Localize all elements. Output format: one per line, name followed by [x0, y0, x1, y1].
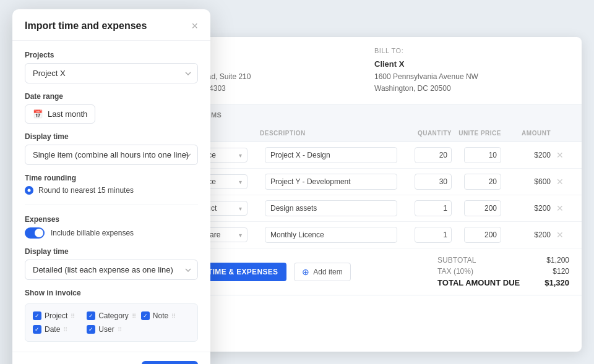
checkboxes-container: Project ⠿ Category ⠿ Note ⠿	[25, 303, 198, 342]
checkbox-note[interactable]: Note ⠿	[141, 311, 190, 320]
cancel-button[interactable]: Cancel	[98, 361, 136, 364]
date-range-input[interactable]: 📅 Last month	[25, 104, 95, 124]
radio-option-1[interactable]: Round to nearest 15 minutes	[25, 186, 198, 195]
date-range-value: Last month	[48, 109, 87, 119]
drag-handle-icon: ⠿	[132, 313, 136, 320]
date-range-group: Date range 📅 Last month	[25, 92, 198, 124]
import-button[interactable]: IMPORT	[142, 361, 198, 364]
projects-group: Projects Project X	[25, 51, 198, 83]
checkbox-note-icon	[141, 311, 150, 320]
date-range-label: Date range	[25, 92, 198, 101]
modal-title: Import time and expenses	[25, 20, 147, 32]
checkbox-user-icon	[87, 325, 95, 334]
time-rounding-label: Time rounding	[25, 174, 198, 182]
include-billable-toggle[interactable]	[25, 227, 45, 239]
checkbox-date-icon	[33, 325, 41, 334]
divider	[25, 205, 198, 205]
show-in-invoice-section: Show in invoice Project ⠿ Category ⠿	[25, 289, 198, 342]
display-time-select[interactable]: Single item (combine all hours into one …	[25, 145, 198, 165]
import-modal: Import time and expenses × Projects Proj…	[12, 9, 210, 364]
checkbox-category-icon	[87, 311, 95, 320]
display-time-select-2[interactable]: Detailed (list each expense as one line)	[25, 260, 198, 280]
calendar-icon: 📅	[33, 109, 43, 119]
drag-handle-icon: ⠿	[63, 326, 67, 333]
display-time-group: Display time Single item (combine all ho…	[25, 132, 198, 165]
checkboxes-row-2: Date ⠿ User ⠿	[33, 325, 190, 334]
time-rounding-group: Time rounding Round to nearest 15 minute…	[25, 174, 198, 195]
checkbox-date[interactable]: Date ⠿	[33, 325, 82, 334]
toggle-group: Include billable expenses	[25, 227, 198, 239]
radio-label-1: Round to nearest 15 minutes	[38, 186, 134, 195]
show-in-invoice-label: Show in invoice	[25, 289, 198, 297]
display-time-label: Display time	[25, 132, 198, 141]
expenses-label: Expenses	[25, 215, 198, 224]
display-time-label-2: Display time	[25, 247, 198, 256]
checkbox-project[interactable]: Project ⠿	[33, 311, 82, 320]
drag-handle-icon: ⠿	[118, 326, 122, 333]
include-billable-label: Include billable expenses	[51, 229, 134, 237]
checkbox-project-icon	[33, 311, 41, 320]
display-time-group-2: Display time Detailed (list each expense…	[25, 247, 198, 280]
drag-handle-icon: ⠿	[71, 313, 75, 320]
checkboxes-row-1: Project ⠿ Category ⠿ Note ⠿	[33, 311, 190, 320]
expenses-group: Expenses Include billable expenses	[25, 215, 198, 239]
modal-footer: Cancel IMPORT	[12, 352, 210, 364]
projects-label: Projects	[25, 51, 198, 59]
time-rounding-options: Round to nearest 15 minutes	[25, 186, 198, 195]
modal-header: Import time and expenses ×	[12, 9, 210, 41]
modal-overlay: Import time and expenses × Projects Proj…	[0, 0, 594, 364]
checkbox-user[interactable]: User ⠿	[87, 325, 136, 334]
projects-select[interactable]: Project X	[25, 63, 198, 83]
close-icon[interactable]: ×	[191, 20, 198, 32]
radio-dot-icon	[25, 186, 33, 195]
modal-body: Projects Project X Date range 📅 Last mon…	[12, 41, 210, 352]
drag-handle-icon: ⠿	[171, 313, 176, 320]
checkbox-category[interactable]: Category ⠿	[87, 311, 136, 320]
